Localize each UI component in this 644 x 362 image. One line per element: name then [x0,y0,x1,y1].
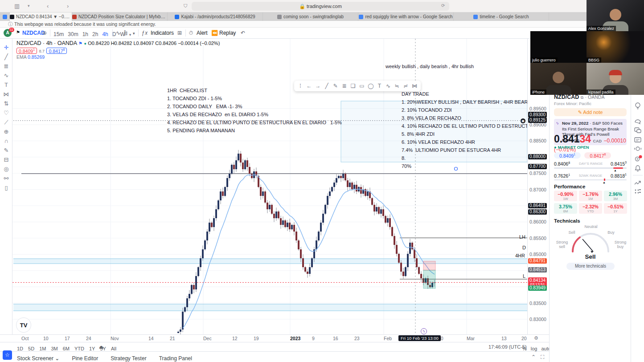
video-tile[interactable]: iPhone [530,63,587,95]
video-tile[interactable]: kipsael padilla [587,63,644,95]
chart-area[interactable]: NZD/CAD · 4h · OANDA ⚑ ● O0.84220 H0.842… [12,39,527,334]
collapse-chevron-icon[interactable]: ⌃ [531,354,536,360]
alert-eye-icon[interactable]: ◉ [521,118,525,123]
alerts-icon[interactable] [633,164,642,173]
fib-icon[interactable]: ≣ [340,82,349,90]
ellipse-icon[interactable]: ◯ [367,82,375,90]
zigzag-icon[interactable]: ∿ [384,82,392,90]
sidebar-symbol-title[interactable]: NZD/CAD ⧉ · OANDA [554,94,627,100]
indicators-button[interactable]: Indicators [151,30,174,36]
daytrade-title[interactable]: DAY TRADE [402,91,429,97]
axis-settings-gear-icon[interactable]: ⚙ [534,335,538,341]
browser-tab[interactable]: red squiggly line with arrow - Google Se… [358,12,454,21]
long-position-icon[interactable]: ≒ [393,82,401,90]
browser-tab[interactable]: Kajabi - /admin/products/2148056829 [168,12,263,21]
scale-%[interactable]: % [522,346,527,351]
chevron-down-icon[interactable]: ▾ [28,4,30,8]
timeframe-2h[interactable]: 2h [92,31,98,37]
extend-left-icon[interactable]: ← [305,82,313,90]
chat-icon[interactable] [633,126,642,135]
timeframe-chevron-icon[interactable]: ▾ [129,33,131,37]
reload-icon[interactable]: ⟳ [441,3,445,8]
drag-handle-icon[interactable]: ⁞ [296,82,304,90]
video-tile[interactable]: BBSG [587,31,644,63]
text-icon[interactable]: T [0,81,12,89]
fullscreen-icon[interactable]: ⛶ [541,354,544,360]
pattern-icon[interactable]: ∿ [0,71,12,80]
tradingview-logo[interactable]: TV [16,317,31,333]
link-icon[interactable]: ⚯ [0,174,12,183]
floating-drawing-toolbar[interactable]: ⁞←→╱✎≣❏▭◯T∿≒≓⋈ [294,81,421,91]
checklist-1hr-title[interactable]: 1HR CHECKLIST [167,88,207,93]
object-tree-icon[interactable] [633,179,642,188]
extend-right-icon[interactable]: → [314,82,322,90]
layout-grid-icon[interactable]: ⊞ [177,30,182,36]
symbol-button[interactable]: NZDCAD [22,30,45,36]
minds-icon[interactable] [633,117,642,126]
fib-retracement-icon[interactable]: ≣ [0,62,12,71]
timeframe-15m[interactable]: 15m [53,31,64,37]
range-1D[interactable]: 1D [17,346,23,351]
sell-price-box[interactable]: 0.84091 [16,48,37,54]
panel-strategy-tester[interactable]: Strategy Tester [111,355,146,362]
event-lightning-icon[interactable]: ϟ [421,328,427,334]
range-3M[interactable]: 3M [51,346,57,351]
checklist-1hr[interactable]: 1. TOCANDO ZDI - 1-5%2. TOCANDO DAILY EM… [167,96,342,136]
browser-tab[interactable]: timeline - Google Search [454,12,549,21]
timeframe-1h[interactable]: 1h [82,31,88,37]
range-6M[interactable]: 6M [63,346,70,351]
checklist-daytrade[interactable]: 1. 20%WEEKLY BULLISH , DAILY BEARISH , 4… [402,99,527,171]
zoom-icon[interactable]: ⊕ [0,127,12,136]
emoji-icon[interactable]: ♡ [0,109,12,118]
trendline-icon[interactable]: ╱ [323,82,331,90]
browser-tab[interactable]: coming soon - swingtradinglab [263,12,358,21]
price-chart[interactable] [12,39,527,334]
panel-stock-screener[interactable]: Stock Screener ⌄ [17,355,59,362]
callout-icon[interactable]: ❏ [349,82,357,90]
short-position-icon[interactable]: ≓ [402,82,410,90]
more-technicals-button[interactable]: More technicals [566,263,615,270]
candle-chart-style-icon[interactable]: ⫿⫾ [124,30,127,36]
alert-button[interactable]: Alert [197,30,208,36]
ema-legend-row[interactable]: EMA 0.85269 [16,54,45,60]
timeframe-4h[interactable]: 4h [102,31,108,37]
add-note-button[interactable]: ✎ Add note [554,108,627,116]
live-icon[interactable] [633,155,642,163]
buy-price-box[interactable]: 0.84178 [46,48,67,54]
back-icon[interactable]: ‹ [47,3,49,9]
draw-lock-icon[interactable]: ✎ [0,146,12,155]
time-axis[interactable]: Oct101724Nov1421Dec1219202391623Feb20Mar… [0,334,549,342]
position-icon[interactable]: ⇅ [0,99,12,108]
ideas-icon[interactable] [633,102,642,110]
shield-icon[interactable]: ⛉ [184,3,187,9]
forward-icon[interactable]: › [67,3,69,9]
bias-note[interactable]: weekly bullish , daily bearish , 4hr bul… [386,64,474,69]
browser-tab[interactable]: NZDCAD 0.84134 ▼ −0.01% Unnamed [10,12,72,21]
range-5D[interactable]: 5D [28,346,34,351]
panel-trading-panel[interactable]: Trading Panel [159,355,192,362]
chart-legend-title[interactable]: NZD/CAD · 4h · OANDA ⚑ ● O0.84220 H0.842… [16,40,220,46]
crosshair-icon[interactable]: ✛ [0,43,12,52]
video-tile[interactable]: julio guerrero [530,31,587,63]
undo-icon[interactable]: ↶ [241,30,245,36]
line-chart-style-icon[interactable]: ∿ [116,30,120,36]
lock-all-icon[interactable]: ⊟ [0,155,12,164]
trash-icon[interactable]: ▯ [0,183,12,192]
rectangle-icon[interactable]: ▭ [358,82,366,90]
calendar-icon[interactable]: ⏏ [99,344,103,350]
ask-pill[interactable]: 0.84178 [584,152,611,159]
symbol-add-icon[interactable]: ⊕ [42,30,47,36]
messages-icon[interactable] [633,136,642,145]
xabcd-icon[interactable]: ⋈ [0,90,12,99]
panel-pine-editor[interactable]: Pine Editor [72,355,98,362]
alert-clock-icon[interactable]: ⏱ [189,30,193,36]
replay-icon[interactable]: ⏪ [211,30,218,36]
range-YTD[interactable]: YTD [74,346,84,351]
favorites-star-button[interactable]: ☆ [3,350,12,360]
scale-log[interactable]: log [531,346,537,351]
video-tile[interactable]: Alex Gonzalez [587,0,644,31]
bid-pill[interactable]: 0.84091 [554,152,581,159]
range-1M[interactable]: 1M [39,346,46,351]
url-bar[interactable]: 🔒 tradingview.com [192,2,449,11]
hide-all-icon[interactable]: ◎ [0,165,12,174]
